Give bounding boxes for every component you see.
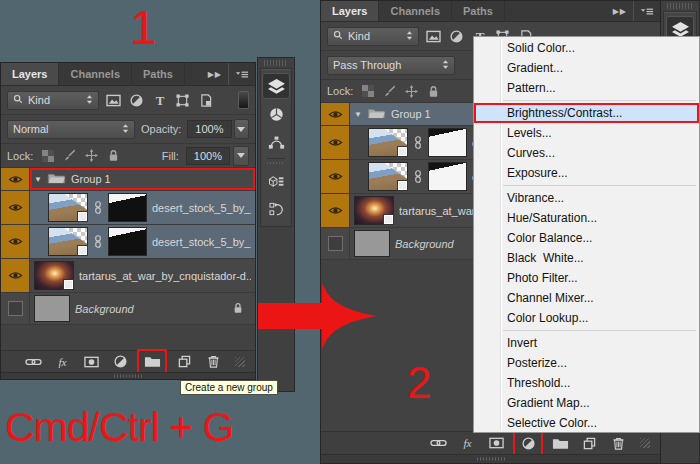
menu-item-channel-mixer[interactable]: Channel Mixer...: [474, 288, 699, 308]
lock-brush-icon[interactable]: [62, 148, 77, 163]
menu-item-black-white[interactable]: Black White...: [474, 248, 699, 268]
tab-paths[interactable]: Paths: [132, 63, 185, 85]
lock-transparency-icon[interactable]: [360, 84, 375, 99]
new-layer-icon[interactable]: [173, 353, 195, 370]
adjustment-filter-icon[interactable]: [128, 92, 145, 109]
layer-row-content[interactable]: ▼Group 1: [30, 168, 255, 190]
tab-channels[interactable]: Channels: [59, 63, 132, 85]
new-group-icon[interactable]: [549, 435, 571, 452]
dock-grip[interactable]: [264, 60, 288, 66]
adjustment-filter-icon[interactable]: [448, 28, 465, 45]
opacity-dropdown-button[interactable]: [234, 119, 250, 139]
adjustment-layer-icon[interactable]: [517, 435, 539, 452]
layer-row-content[interactable]: desert_stock_5_by_h...: [30, 225, 255, 258]
menu-item-brightness-contrast[interactable]: Brightness/Contrast...: [474, 103, 699, 123]
lock-position-icon[interactable]: [404, 84, 419, 99]
visibility-toggle[interactable]: [1, 259, 30, 292]
layer-thumbnail[interactable]: [34, 261, 74, 290]
menu-item-hue-saturation[interactable]: Hue/Saturation...: [474, 208, 699, 228]
collapse-panel-icon[interactable]: ▶▶: [607, 1, 634, 21]
menu-item-photo-filter[interactable]: Photo Filter...: [474, 268, 699, 288]
history-panel-icon[interactable]: [262, 196, 290, 222]
mask-link-icon[interactable]: [93, 235, 103, 248]
kind-filter-dropdown[interactable]: Kind: [7, 91, 99, 110]
layer-thumbnail[interactable]: [368, 162, 408, 191]
layer-thumbnail[interactable]: [354, 196, 394, 225]
panel-menu-icon[interactable]: [634, 1, 660, 21]
new-group-icon[interactable]: [141, 353, 163, 370]
dock-grip[interactable]: [667, 3, 693, 9]
layer-mask-thumbnail[interactable]: [108, 193, 147, 222]
fill-dropdown-button[interactable]: [233, 146, 249, 166]
layer-thumbnail[interactable]: [34, 295, 70, 322]
paths-panel-icon[interactable]: [262, 129, 290, 155]
menu-item-pattern[interactable]: Pattern...: [474, 78, 699, 98]
menu-item-gradient-map[interactable]: Gradient Map...: [474, 393, 699, 413]
3d-panel-icon[interactable]: [262, 168, 290, 194]
layer-effects-icon[interactable]: fx: [51, 353, 73, 370]
layer-row-content[interactable]: desert_stock_5_by_h...: [30, 191, 255, 224]
lock-position-icon[interactable]: [84, 148, 99, 163]
visibility-checkbox[interactable]: [8, 301, 23, 316]
layer-thumbnail[interactable]: [354, 230, 390, 257]
tab-channels[interactable]: Channels: [379, 1, 452, 21]
pixel-layer-filter-icon[interactable]: [425, 28, 442, 45]
layer-row-content[interactable]: Background: [30, 293, 255, 324]
menu-item-exposure[interactable]: Exposure...: [474, 163, 699, 183]
lock-brush-icon[interactable]: [382, 84, 397, 99]
resize-grip-icon[interactable]: [640, 438, 650, 448]
mask-link-icon[interactable]: [413, 136, 423, 149]
visibility-toggle[interactable]: [1, 191, 30, 224]
layer-thumbnail[interactable]: [48, 193, 88, 222]
menu-item-gradient[interactable]: Gradient...: [474, 58, 699, 78]
lock-transparency-icon[interactable]: [40, 148, 55, 163]
adjustment-layer-icon[interactable]: [109, 353, 131, 370]
layer-row-group-1[interactable]: ▼Group 1: [1, 168, 255, 191]
tab-layers[interactable]: Layers: [1, 63, 59, 85]
menu-item-selective-color[interactable]: Selective Color...: [474, 413, 699, 433]
menu-item-invert[interactable]: Invert: [474, 333, 699, 353]
layers-panel-icon[interactable]: [262, 73, 290, 99]
visibility-toggle[interactable]: [1, 293, 30, 324]
visibility-toggle[interactable]: [321, 228, 350, 259]
layer-mask-thumbnail[interactable]: [108, 227, 147, 256]
visibility-toggle[interactable]: [1, 168, 30, 190]
menu-item-levels[interactable]: Levels...: [474, 123, 699, 143]
panel-scroll-strip[interactable]: [1, 372, 255, 379]
delete-layer-icon[interactable]: [607, 435, 629, 452]
menu-item-color-lookup[interactable]: Color Lookup...: [474, 308, 699, 328]
delete-layer-icon[interactable]: [202, 353, 224, 370]
shape-filter-icon[interactable]: [174, 92, 191, 109]
link-layers-icon[interactable]: [22, 353, 44, 370]
menu-item-color-balance[interactable]: Color Balance...: [474, 228, 699, 248]
panel-scroll-strip[interactable]: [321, 454, 660, 463]
add-mask-icon[interactable]: [80, 353, 102, 370]
visibility-toggle[interactable]: [321, 160, 350, 193]
layer-row-desert-stock-5-by-h[interactable]: desert_stock_5_by_h...: [1, 191, 255, 225]
layer-row-background[interactable]: Background: [1, 293, 255, 325]
panel-menu-icon[interactable]: [229, 63, 255, 85]
menu-item-posterize[interactable]: Posterize...: [474, 353, 699, 373]
opacity-value[interactable]: 100%: [187, 120, 231, 138]
layer-mask-thumbnail[interactable]: [428, 128, 467, 157]
tab-paths[interactable]: Paths: [452, 1, 505, 21]
layer-effects-icon[interactable]: fx: [456, 435, 478, 452]
visibility-toggle[interactable]: [321, 103, 350, 125]
lock-all-icon[interactable]: [426, 84, 441, 99]
menu-item-curves[interactable]: Curves...: [474, 143, 699, 163]
blend-mode-dropdown[interactable]: Pass Through: [327, 56, 455, 75]
mask-link-icon[interactable]: [93, 201, 103, 214]
visibility-toggle[interactable]: [321, 126, 350, 159]
blend-mode-dropdown[interactable]: Normal: [7, 120, 135, 139]
menu-item-solid-color[interactable]: Solid Color...: [474, 38, 699, 58]
new-layer-icon[interactable]: [578, 435, 600, 452]
type-filter-icon[interactable]: T: [151, 92, 168, 109]
layer-row-content[interactable]: tartarus_at_war_by_cnquistador-d...: [30, 259, 255, 292]
expand-caret-icon[interactable]: ▼: [354, 110, 362, 119]
fill-value[interactable]: 100%: [186, 147, 230, 165]
layer-row-tartarus-at-war-by-cnquistador-d[interactable]: tartarus_at_war_by_cnquistador-d...: [1, 259, 255, 293]
mask-link-icon[interactable]: [413, 170, 423, 183]
lock-all-icon[interactable]: [106, 148, 121, 163]
tab-layers[interactable]: Layers: [321, 1, 379, 21]
visibility-checkbox[interactable]: [328, 236, 343, 251]
